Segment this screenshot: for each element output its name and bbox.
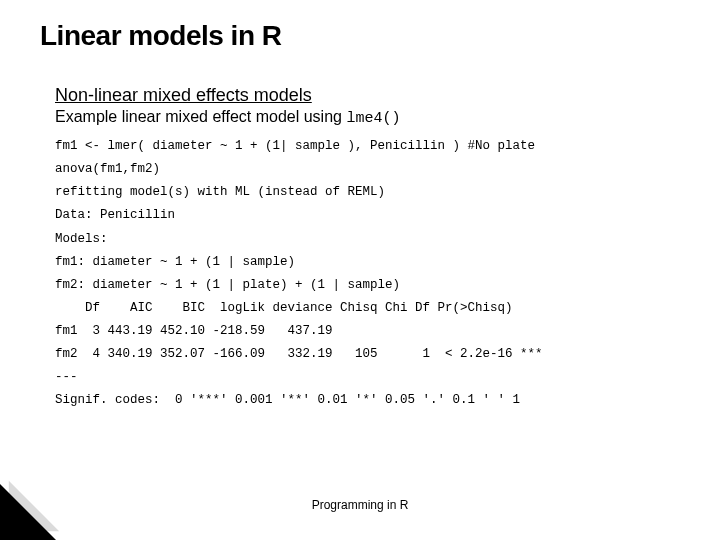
slide: Linear models in R Non-linear mixed effe… <box>0 0 720 540</box>
slide-title: Linear models in R <box>40 20 282 52</box>
description-text: Example linear mixed effect model using <box>55 108 346 125</box>
description-line: Example linear mixed effect model using … <box>55 108 690 127</box>
content-block: Non-linear mixed effects models Example … <box>55 85 690 413</box>
corner-decoration <box>0 484 56 540</box>
section-heading: Non-linear mixed effects models <box>55 85 690 106</box>
footer-text: Programming in R <box>0 498 720 512</box>
description-code: lme4() <box>346 110 400 127</box>
code-block: fm1 <- lmer( diameter ~ 1 + (1| sample )… <box>55 135 690 413</box>
